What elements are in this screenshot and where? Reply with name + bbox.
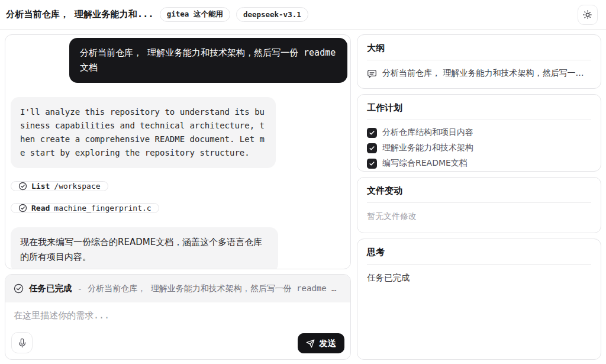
file-changes-empty-text: 暂无文件修改 [367,211,591,222]
outline-panel-title: 大纲 [367,43,591,54]
sun-icon [582,9,593,20]
tool-arg: /workspace [54,182,100,191]
plan-item: 分析仓库结构和项目内容 [367,127,591,138]
plan-item-label: 理解业务能力和技术架构 [382,143,473,153]
check-circle-icon [18,204,27,212]
composer: 任务已完成 - 分析当前仓库， 理解业务能力和技术架构，然后写一份 readme… [5,274,351,360]
divider [367,120,591,120]
assistant-message-bubble: I'll analyze this repository to understa… [11,97,276,168]
outline-item-text: 分析当前仓库， 理解业务能力和技术架构，然后写一… [382,68,584,79]
plan-item-label: 分析仓库结构和项目内容 [382,127,473,138]
plan-item-label: 编写综合README文档 [382,158,468,169]
thinking-content: 任务已完成 [367,272,591,284]
assistant-message-bubble: 现在我来编写一份综合的README文档，涵盖这个多语言仓库的所有项目内容。 [11,227,278,269]
file-changes-panel-title: 文件变动 [367,185,591,197]
main-content: 分析当前仓库， 理解业务能力和技术架构，然后写一份 readme 文档 I'll… [0,30,606,364]
plan-item: 编写综合README文档 [367,158,591,169]
outline-panel: 大纲 分析当前仓库， 理解业务能力和技术架构，然后写一… [357,34,601,89]
status-detail: 分析当前仓库， 理解业务能力和技术架构，然后写一份 readme … [88,284,336,294]
tool-name: Read [31,204,50,212]
task-status-bar[interactable]: 任务已完成 - 分析当前仓库， 理解业务能力和技术架构，然后写一份 readme… [5,275,350,302]
divider [367,202,591,203]
file-changes-panel: 文件变动 暂无文件修改 [357,177,601,233]
badge-model[interactable]: deepseek-v3.1 [236,7,308,22]
paper-plane-icon [306,339,315,348]
voice-input-button[interactable] [11,332,33,353]
composer-actions: 发送 [5,332,350,359]
thinking-panel: 思考 任务已完成 [357,239,601,360]
microphone-icon [17,338,27,348]
checkbox-checked-icon[interactable] [367,143,377,153]
comment-icon [367,69,377,79]
check-circle-icon [18,182,27,191]
send-button[interactable]: 发送 [298,333,344,353]
theme-toggle-button[interactable] [578,5,598,25]
divider [367,60,591,60]
divider [367,264,591,265]
checkbox-checked-icon[interactable] [367,128,377,138]
top-bar: 分析当前仓库， 理解业务能力和... gitea 这个能用 deepseek-v… [0,0,606,30]
thinking-panel-title: 思考 [367,247,591,258]
badge-repo[interactable]: gitea 这个能用 [160,7,230,22]
send-label: 发送 [319,338,336,349]
chat-scroll-area[interactable]: 分析当前仓库， 理解业务能力和技术架构，然后写一份 readme 文档 I'll… [5,34,351,269]
checkbox-checked-icon[interactable] [367,159,377,169]
check-circle-icon [14,284,24,294]
message-input[interactable] [14,310,342,330]
work-plan-panel: 工作计划 分析仓库结构和项目内容 理解业务能力和技术架构 [357,94,601,172]
side-panels: 大纲 分析当前仓库， 理解业务能力和技术架构，然后写一… 工作计划 [357,34,601,360]
status-separator: - [78,284,83,294]
tool-arg: machine_fingerprint.c [54,204,151,212]
chat-column: 分析当前仓库， 理解业务能力和技术架构，然后写一份 readme 文档 I'll… [5,34,351,360]
work-plan-panel-title: 工作计划 [367,102,591,114]
conversation-title: 分析当前仓库， 理解业务能力和... [6,9,154,20]
status-title: 任务已完成 [29,283,72,294]
outline-item[interactable]: 分析当前仓库， 理解业务能力和技术架构，然后写一… [367,68,591,79]
tool-call-list-workspace[interactable]: List /workspace [11,181,108,191]
user-message-bubble: 分析当前仓库， 理解业务能力和技术架构，然后写一份 readme 文档 [69,38,347,83]
tool-call-read-file[interactable]: Read machine_fingerprint.c [11,203,159,213]
plan-list: 分析仓库结构和项目内容 理解业务能力和技术架构 编写综合README文档 [367,127,591,169]
tool-name: List [31,182,50,191]
plan-item: 理解业务能力和技术架构 [367,143,591,153]
